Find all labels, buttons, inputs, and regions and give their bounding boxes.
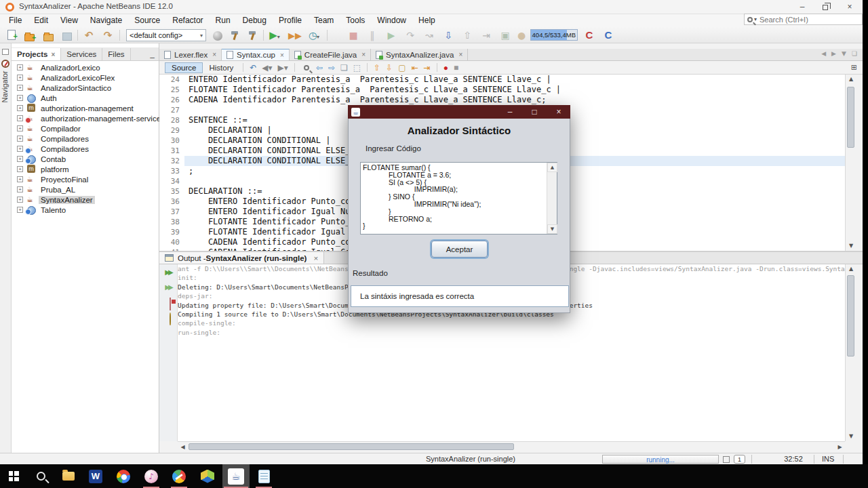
scroll-up-icon[interactable]: ▲ [547,163,557,172]
deploy-button[interactable] [210,28,225,42]
rectangular-selection-icon[interactable]: ⬚ [353,63,361,73]
start-macro-recording-icon[interactable]: ● [443,63,448,73]
tab-list-icon[interactable]: ▼ [842,50,846,57]
tree-item-syntaxanalizer[interactable]: +☕SyntaxAnalizer [12,195,159,205]
menu-profile[interactable]: Profile [273,14,308,27]
run-dropdown-icon[interactable]: ▾ [277,34,280,40]
navigator-tab[interactable]: Navigator [1,63,9,110]
undo-button[interactable]: ↶ [81,28,96,42]
close-icon[interactable]: × [280,52,284,59]
scroll-down-icon[interactable]: ▼ [547,224,557,234]
stop-build-button[interactable] [162,298,174,309]
window-minimize-button[interactable]: – [792,0,812,14]
tab-syntaxanalizer-java[interactable]: SyntaxAnalizer.java× [371,49,468,60]
toggle-bookmark-icon[interactable]: ▢ [398,63,406,73]
menu-debug[interactable]: Debug [237,14,273,27]
tree-item-compiladores-1[interactable]: +☕Compiladores [12,134,159,144]
build-project-button[interactable] [228,28,243,42]
accept-button[interactable]: Aceptar [431,241,488,258]
dialog-close-button[interactable]: × [547,105,570,119]
scroll-up-icon[interactable]: ▲ [846,75,856,84]
progress-bar[interactable]: running... [602,455,719,464]
tree-item-contab[interactable]: +Contab [12,154,159,164]
tab-createfile-java[interactable]: CreateFile.java× [290,49,371,60]
find-previous-icon[interactable]: ⇦ [316,63,323,73]
redo-button[interactable]: ↷ [100,28,115,42]
expand-icon[interactable]: + [17,75,23,81]
history-view-button[interactable]: History [203,63,239,73]
expand-icon[interactable]: + [17,115,23,121]
window-restore-button[interactable] [815,0,835,14]
next-bookmark-icon[interactable]: ⇩ [386,63,393,73]
tree-item-talento[interactable]: +Talento [12,205,159,215]
menu-edit[interactable]: Edit [28,14,54,27]
taskbar-search-button[interactable] [27,464,54,488]
scroll-down-icon[interactable]: ▼ [846,432,856,441]
tree-item-compiladores-2[interactable]: +☕Compiladores [12,144,159,154]
tab-lexer-flex[interactable]: Lexer.flex× [159,49,222,60]
ant-settings-button[interactable] [162,313,174,324]
word-button[interactable]: W [82,464,109,488]
rerun-with-args-button[interactable]: ▶▶ [162,283,174,294]
scroll-down-icon[interactable]: ▼ [846,241,856,251]
output-vertical-scrollbar[interactable]: ▲ ▼ [845,264,856,441]
scrollbar-thumb[interactable] [847,87,854,148]
search-box[interactable]: ▾ [744,14,863,25]
debug-project-button[interactable]: ▶▶ [288,28,302,42]
close-icon[interactable]: × [313,254,318,262]
minimize-panel-button[interactable]: – [150,53,155,62]
shift-right-icon[interactable]: ⇥ [424,63,431,73]
scroll-tabs-left-icon[interactable]: ◀ [821,50,826,57]
tree-item-authorization-management-service[interactable]: +☕authorization-management-service [12,113,159,123]
config-combobox[interactable]: <default config> ▾ [126,29,206,41]
last-edit-position-icon[interactable]: ↶ [250,63,256,73]
java-app-button[interactable]: ☕ [222,464,250,488]
profile-project-button[interactable]: ◷▾ [307,28,321,42]
previous-bookmark-icon[interactable]: ⇧ [374,63,380,73]
close-icon[interactable]: × [458,51,462,58]
scrollbar-thumb[interactable] [847,275,854,357]
code-line[interactable]: 24ENTERO Identificador Parentesis_a Pare… [159,75,845,85]
notepad-button[interactable] [250,464,277,488]
expand-icon[interactable]: + [17,166,23,172]
scrollbar-thumb[interactable] [189,443,514,450]
output-horizontal-scrollbar[interactable]: ◀ ▶ [178,441,845,451]
expand-icon[interactable]: + [17,105,23,111]
close-icon[interactable]: × [51,51,55,58]
menu-refactor[interactable]: Refactor [166,14,209,27]
chrome-button[interactable] [110,464,137,488]
expand-icon[interactable]: + [17,156,23,162]
scroll-right-icon[interactable]: ▶ [835,442,845,452]
menu-team[interactable]: Team [308,14,340,27]
textarea-scrollbar[interactable]: ▲ ▼ [547,163,557,234]
code-input-text[interactable]: FLOTANTE sumar() { FLOTANTE a = 3.6; SI … [363,164,546,232]
find-selection-icon[interactable] [301,63,311,73]
expand-icon[interactable]: + [17,197,23,203]
expand-icon[interactable]: + [17,136,23,142]
code-line[interactable]: 26CADENA Identificador Parentesis_a Pare… [159,95,845,105]
menu-source[interactable]: Source [128,14,166,27]
tree-item-auth[interactable]: +Auth [12,93,159,103]
expand-icon[interactable]: + [17,146,23,152]
dialog-minimize-button[interactable]: – [498,105,521,119]
scroll-tabs-right-icon[interactable]: ▶ [831,50,836,57]
file-explorer-button[interactable] [55,464,82,488]
split-editor-icon[interactable]: ⊞ [851,63,857,72]
tab-syntax-cup[interactable]: Syntax.cup× [222,49,290,60]
result-field[interactable]: La sintáxis ingresada es correcta [351,285,569,307]
profile-running-button[interactable]: C [601,28,616,42]
tree-item-compilador[interactable]: +☕Compilador [12,123,159,134]
process-list-icon[interactable] [723,456,730,463]
editor-vertical-scrollbar[interactable]: ▲ ▼ [845,75,856,251]
shift-left-icon[interactable]: ⇤ [412,63,418,73]
menu-view[interactable]: View [54,14,84,27]
menu-window[interactable]: Window [371,14,412,27]
maximize-editor-icon[interactable]: ❏ [852,50,857,57]
search-dropdown-icon[interactable]: ▾ [754,16,757,22]
tab-services[interactable]: Services [61,48,102,60]
expand-icon[interactable]: + [17,85,23,91]
run-project-button[interactable]: ▶▾ [267,28,282,42]
tree-item-proyectofinal[interactable]: +☕ProyectoFinal [12,174,159,184]
stop-macro-recording-icon[interactable]: ■ [454,63,458,73]
scroll-left-icon[interactable]: ◀ [178,442,188,452]
